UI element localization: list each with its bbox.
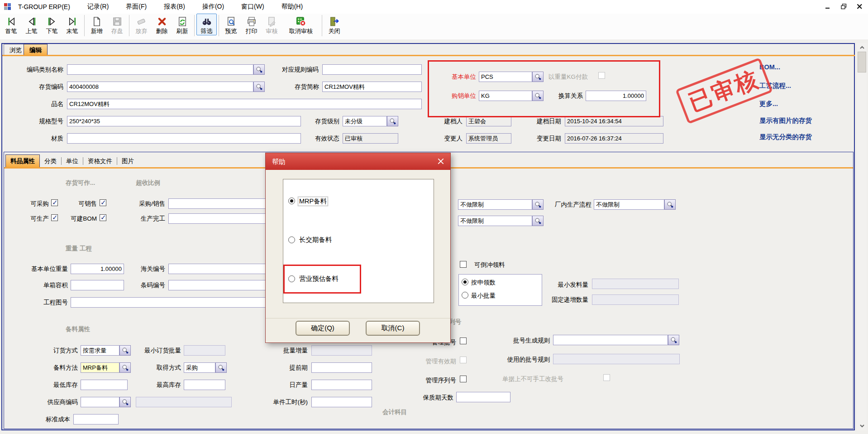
rule-code-field[interactable] <box>322 64 422 75</box>
conversion-field[interactable]: 1.00000 <box>586 91 646 101</box>
base-weight-label: 基本单位重量 <box>22 265 68 273</box>
supplier-lookup-button[interactable] <box>119 397 131 407</box>
option-sales-forecast-radio[interactable] <box>288 275 295 282</box>
limit2-field[interactable]: 不做限制 <box>458 216 532 226</box>
manage-batch-checkbox[interactable] <box>460 338 467 344</box>
menu-operation[interactable]: 操作(O) <box>202 3 224 11</box>
manage-serial-checkbox[interactable] <box>460 376 467 382</box>
toolbar-new-button[interactable]: 新增 <box>86 14 107 35</box>
scroll-up-arrow-icon[interactable] <box>858 44 866 51</box>
level-field[interactable]: 未分级 <box>343 116 387 126</box>
trade-unit-lookup-button[interactable] <box>532 91 544 101</box>
base-weight-field[interactable]: 1.00000 <box>71 264 124 274</box>
close-icon[interactable] <box>857 3 863 11</box>
toolbar-prev-button[interactable]: 上笔 <box>21 14 42 35</box>
tab-edit[interactable]: 编辑 <box>24 44 48 56</box>
toolbar-preview-button[interactable]: 预览 <box>221 14 241 35</box>
minimize-icon[interactable] <box>825 3 831 11</box>
toolbar-close-button[interactable]: 关闭 <box>324 14 344 35</box>
menu-report[interactable]: 报表(B) <box>164 3 185 11</box>
toolbar-filter-button[interactable]: 筛选 <box>196 14 217 35</box>
order-method-lookup-button[interactable] <box>119 345 131 356</box>
toolbar-cancel-audit-button[interactable]: 取消审核 <box>282 14 320 35</box>
item-code-field[interactable]: 400400008 <box>67 82 253 92</box>
batch-rule-field[interactable] <box>553 335 668 345</box>
over-receive-section-title: 超收比例 <box>136 179 160 187</box>
magnifier-icon <box>122 364 129 371</box>
dialog-cancel-button[interactable]: 取消(C) <box>366 321 420 336</box>
menu-window[interactable]: 窗口(W) <box>241 3 264 11</box>
unit-time-field[interactable] <box>311 397 372 407</box>
item-code-lookup-button[interactable] <box>253 82 265 92</box>
base-unit-lookup-button[interactable] <box>532 72 544 82</box>
option-mrp-radio[interactable] <box>288 198 295 204</box>
limit1-lookup-button[interactable] <box>532 199 544 210</box>
subtab-item-attributes[interactable]: 料品属性 <box>5 154 40 168</box>
std-cost-field[interactable] <box>73 414 119 424</box>
drawing-no-field[interactable] <box>71 297 287 308</box>
menu-help[interactable]: 帮助(H) <box>281 3 303 11</box>
more-link[interactable]: 更多... <box>759 100 778 108</box>
show-unclassified-link[interactable]: 显示无分类的存货 <box>759 133 812 141</box>
order-method-field[interactable]: 按需求量 <box>81 345 119 356</box>
bom-buildable-checkbox[interactable] <box>100 214 106 221</box>
factory-flow-lookup-button[interactable] <box>664 199 676 210</box>
supplier-code-label: 供应商编码 <box>40 398 78 406</box>
item-abbr-field[interactable]: CR12MOV精料 <box>322 82 422 92</box>
show-with-image-link[interactable]: 显示有图片的存货 <box>759 116 812 125</box>
limit2-lookup-button[interactable] <box>532 216 544 226</box>
toolbar-next-button[interactable]: 下笔 <box>42 14 62 35</box>
option-mrp-label[interactable]: MRP备料 <box>298 197 328 206</box>
issue-min-batch-radio[interactable] <box>462 292 468 299</box>
code-category-lookup-button[interactable] <box>253 64 265 75</box>
option-sales-forecast-label[interactable]: 营业预估备料 <box>299 275 339 283</box>
lead-time-field[interactable] <box>311 362 372 373</box>
subtab-image[interactable]: 图片 <box>117 157 138 165</box>
toolbar-last-button[interactable]: 末笔 <box>62 14 82 35</box>
menu-interface[interactable]: 界面(F) <box>126 3 147 11</box>
shelf-life-field[interactable] <box>456 392 510 402</box>
factory-flow-field[interactable]: 不做限制 <box>594 199 664 210</box>
acquire-method-field[interactable]: 采购 <box>184 362 215 373</box>
subtab-qualification[interactable]: 资格文件 <box>83 157 117 165</box>
supplier-code-field[interactable] <box>81 397 119 407</box>
spec-field[interactable]: 250*240*35 <box>67 116 301 126</box>
trade-unit-field[interactable]: KG <box>479 91 532 101</box>
subtab-classification[interactable]: 分类 <box>40 157 62 165</box>
sellable-checkbox[interactable] <box>100 199 106 206</box>
level-lookup-button[interactable] <box>387 116 398 126</box>
min-stock-field[interactable] <box>81 380 128 390</box>
prep-method-field[interactable]: MRP备料 <box>81 362 119 373</box>
purchasable-checkbox[interactable] <box>51 199 58 206</box>
item-name-field[interactable]: CR12MOV精料 <box>67 99 422 109</box>
box-volume-field[interactable] <box>71 280 124 290</box>
batch-rule-lookup-button[interactable] <box>668 335 679 345</box>
menu-app[interactable]: T-GROUP ERP(E) <box>18 3 70 10</box>
option-long-lead-radio[interactable] <box>288 236 295 243</box>
issue-by-request-radio[interactable] <box>462 279 468 285</box>
backflush-checkbox[interactable] <box>460 261 467 268</box>
tab-accent-line <box>2 55 855 56</box>
scroll-down-arrow-icon[interactable] <box>858 422 866 429</box>
base-unit-field[interactable]: PCS <box>479 72 532 82</box>
option-long-lead-label[interactable]: 长交期备料 <box>299 236 332 244</box>
max-stock-field[interactable] <box>184 380 225 390</box>
toolbar-first-button[interactable]: 首笔 <box>1 14 21 35</box>
daily-output-field[interactable] <box>311 380 372 390</box>
toolbar-print-button[interactable]: 打印 <box>241 14 262 35</box>
toolbar-delete-button[interactable]: 删除 <box>152 14 172 35</box>
scrollbar-thumb[interactable] <box>858 52 866 72</box>
code-category-field[interactable] <box>67 64 253 75</box>
subtab-unit[interactable]: 单位 <box>62 157 83 165</box>
toolbar-refresh-button[interactable]: 刷新 <box>172 14 192 35</box>
dialog-ok-button[interactable]: 确定(Q) <box>296 321 350 336</box>
material-field[interactable] <box>67 133 301 144</box>
prep-method-lookup-button[interactable] <box>119 362 131 373</box>
restore-icon[interactable] <box>841 3 847 11</box>
menu-record[interactable]: 记录(R) <box>87 3 109 11</box>
producible-checkbox[interactable] <box>51 214 58 221</box>
limit1-field[interactable]: 不做限制 <box>458 199 532 210</box>
dialog-close-icon[interactable] <box>437 158 445 165</box>
acquire-method-lookup-button[interactable] <box>215 362 227 373</box>
vertical-scrollbar[interactable] <box>857 43 867 430</box>
